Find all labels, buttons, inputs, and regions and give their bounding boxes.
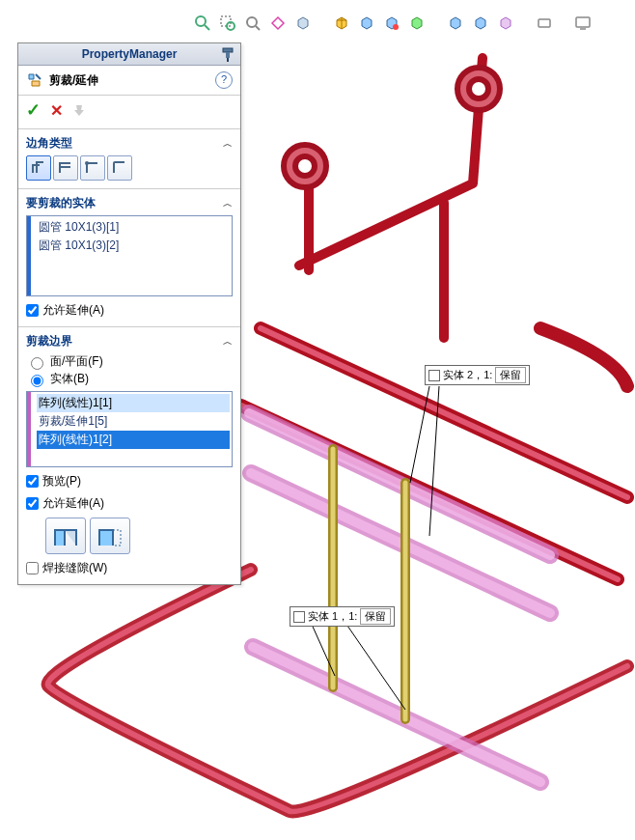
svg-point-18	[196, 16, 206, 26]
callout-checkbox[interactable]	[293, 611, 305, 623]
help-icon[interactable]: ?	[215, 71, 233, 89]
bodies-listbox[interactable]: 圆管 10X1(3)[1] 圆管 10X1(3)[2]	[26, 215, 233, 296]
chevron-up-icon[interactable]: ︿	[223, 137, 233, 151]
display-style-icon[interactable]	[332, 14, 351, 33]
body-callout-1[interactable]: 实体 1，1: 保留	[290, 606, 395, 627]
svg-line-9	[253, 647, 540, 782]
body-callout-2[interactable]: 实体 2，1: 保留	[425, 365, 530, 385]
bodies-radio[interactable]: 实体(B)	[26, 371, 233, 387]
pushpin-icon[interactable]	[72, 103, 86, 117]
prev-view-icon[interactable]	[243, 14, 262, 33]
section-title: 剪裁边界	[26, 333, 72, 350]
zoom-fit-icon[interactable]	[193, 14, 212, 33]
pin-icon[interactable]	[219, 45, 236, 63]
cube-icon[interactable]	[471, 14, 490, 33]
svg-rect-25	[576, 17, 590, 27]
pm-title: PropertyManager	[82, 47, 178, 61]
svg-rect-31	[113, 530, 121, 546]
face-plane-radio[interactable]: 面/平面(F)	[26, 353, 233, 370]
feature-header: 剪裁/延伸 ?	[18, 66, 240, 96]
svg-line-19	[205, 25, 209, 30]
draft-icon[interactable]	[496, 14, 515, 33]
monitor-icon[interactable]	[573, 14, 593, 33]
property-manager-panel: PropertyManager 剪裁/延伸 ? ✓ ✕ 边角类型︿ 要剪裁的实体…	[17, 42, 241, 585]
svg-rect-20	[221, 16, 231, 26]
hide-show-icon[interactable]	[357, 14, 376, 33]
view-orient-icon[interactable]	[293, 14, 313, 33]
allow-extend-checkbox[interactable]: 允许延伸(A)	[26, 302, 233, 319]
section-title: 边角类型	[26, 135, 72, 152]
corner-type-section: 边角类型︿	[18, 129, 240, 189]
view-toolbar	[193, 12, 623, 35]
corner-type-1-button[interactable]	[26, 155, 51, 181]
svg-rect-28	[226, 52, 230, 58]
weld-gap-checkbox[interactable]: 焊接缝隙(W)	[26, 560, 233, 576]
list-item[interactable]: 圆管 10X1(3)[1]	[37, 218, 230, 237]
corner-type-2-button[interactable]	[53, 155, 78, 181]
svg-rect-27	[223, 48, 233, 52]
apply-scene-icon[interactable]	[407, 14, 427, 33]
trim-extend-icon	[26, 71, 43, 89]
list-item[interactable]: 圆管 10X1(3)[2]	[37, 237, 230, 255]
corner-type-3-button[interactable]	[80, 155, 105, 181]
zoom-area-icon[interactable]	[218, 14, 237, 33]
section-view-icon[interactable]	[268, 14, 288, 33]
ok-button[interactable]: ✓	[26, 99, 41, 121]
preview-mode-1-button[interactable]	[45, 518, 86, 554]
section-title: 要剪裁的实体	[26, 195, 96, 211]
list-item[interactable]: 阵列(线性)1[1]	[37, 394, 230, 412]
cancel-button[interactable]: ✕	[50, 101, 63, 120]
edit-appearance-icon[interactable]	[382, 14, 401, 33]
boundary-listbox[interactable]: 阵列(线性)1[1] 剪裁/延伸1[5] 阵列(线性)1[2]	[26, 391, 233, 467]
svg-point-3	[469, 79, 488, 98]
allow-extend-checkbox[interactable]: 允许延伸(A)	[26, 495, 233, 512]
feature-name: 剪裁/延伸	[49, 72, 98, 89]
boundary-section: 剪裁边界︿ 面/平面(F) 实体(B) 阵列(线性)1[1] 剪裁/延伸1[5]…	[18, 327, 240, 584]
list-item[interactable]: 阵列(线性)1[2]	[37, 431, 230, 449]
chevron-up-icon[interactable]: ︿	[223, 335, 233, 349]
svg-point-1	[295, 156, 315, 176]
chevron-up-icon[interactable]: ︿	[223, 197, 233, 210]
svg-point-23	[393, 24, 399, 30]
output-icon[interactable]	[535, 14, 554, 33]
callout-checkbox[interactable]	[428, 370, 440, 381]
confirm-row: ✓ ✕	[18, 96, 240, 129]
svg-point-30	[85, 161, 89, 165]
svg-rect-24	[538, 19, 550, 27]
view-settings-icon[interactable]	[446, 14, 465, 33]
preview-mode-2-button[interactable]	[90, 518, 130, 554]
svg-point-22	[247, 17, 257, 27]
list-item[interactable]: 剪裁/延伸1[5]	[37, 412, 230, 431]
bodies-section: 要剪裁的实体︿ 圆管 10X1(3)[1] 圆管 10X1(3)[2] 允许延伸…	[18, 189, 240, 327]
preview-checkbox[interactable]: 预览(P)	[26, 473, 233, 490]
pm-header: PropertyManager	[18, 43, 240, 66]
corner-type-4-button[interactable]	[107, 155, 132, 181]
